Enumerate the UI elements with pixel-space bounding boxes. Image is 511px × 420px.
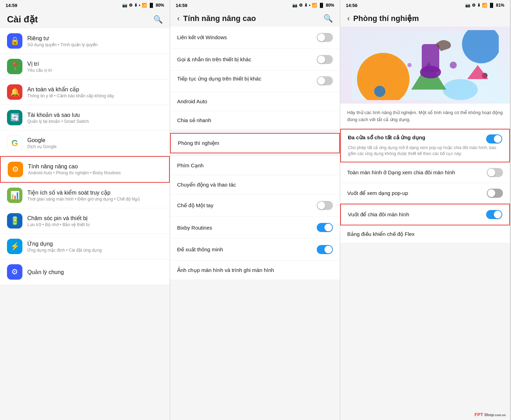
- label-phim-canh: Phím Cạnh: [177, 162, 333, 169]
- adv-che-do[interactable]: Chế độ Một tay: [170, 195, 340, 217]
- item-google[interactable]: G Google Dịch vụ Google: [0, 131, 170, 156]
- set-icon-2: ⚙: [299, 3, 303, 8]
- adv-chia-se[interactable]: Chia sẻ nhanh: [170, 111, 340, 130]
- status-icons-3: 📷 ⚙ ⬇ 📶 ▐▌ 81%: [465, 3, 504, 8]
- back-button-exp[interactable]: ‹: [347, 14, 350, 23]
- icon-ung-dung: ⚡: [7, 239, 22, 254]
- title-da-cua-so: Đa cửa sổ cho tất cả ứng dụng: [348, 134, 486, 141]
- exp-bang-dieu-khien[interactable]: Bảng điều khiển chế độ Flex: [340, 225, 510, 243]
- panel-advanced: 14:59 📷 ⚙ ⬇ • 📶 ▐▌ 80% ‹ Tính năng nâng …: [170, 0, 340, 420]
- svg-point-7: [450, 62, 457, 69]
- header-advanced: ‹ Tính năng nâng cao 🔍: [170, 10, 340, 27]
- label-vuot-popup: Vuốt để xem dạng pop-up: [347, 190, 408, 196]
- toggle-de-xuat[interactable]: [317, 245, 333, 254]
- header-with-back-exp: ‹ Phòng thí nghiệm: [347, 14, 419, 23]
- toggle-lien-ket[interactable]: [317, 33, 333, 42]
- wifi-icon-3: 📶: [482, 3, 487, 8]
- toggle-vuot-popup[interactable]: [487, 189, 503, 198]
- adv-phim-canh[interactable]: Phím Cạnh: [170, 156, 340, 175]
- toggle-toan-man-hinh[interactable]: [487, 168, 503, 177]
- dl-icon-2: ⬇: [304, 3, 308, 8]
- svg-point-10: [374, 86, 385, 97]
- item-an-toan[interactable]: 🔔 An toàn và khẩn cấp Thông tin y tế • C…: [0, 79, 170, 105]
- dot-icon: •: [139, 3, 140, 8]
- adv-bixby[interactable]: Bixby Routines: [170, 217, 340, 239]
- label-de-xuat: Đề xuất thông minh: [177, 246, 317, 253]
- label-toan-man-hinh: Toàn màn hình ở Dạng xem chia đôi màn hì…: [347, 169, 455, 176]
- item-tinh-nang[interactable]: ⚙ Tính năng nâng cao Android Auto • Phòn…: [0, 156, 170, 183]
- search-button-settings[interactable]: 🔍: [153, 15, 163, 24]
- exp-vuot-chia-doi[interactable]: Vuốt để chia đôi màn hình: [340, 204, 510, 225]
- exp-description: Hãy thử các tính năng thử nghiệm. Một số…: [340, 104, 510, 129]
- adv-tiep-tuc[interactable]: Tiếp tục ứng dụng trên thiết bị khác: [170, 71, 340, 92]
- label-che-do: Chế độ Một tay: [177, 202, 317, 209]
- item-rieng-tu[interactable]: 🔒 Riêng tư Sử dụng quyền • Trình quản lý…: [0, 28, 170, 54]
- toggle-vuot-chia-doi[interactable]: [486, 210, 502, 219]
- text-cham-soc: Chăm sóc pin và thiết bị Lưu trữ • Bộ nh…: [27, 215, 163, 227]
- label-goi: Gọi & nhắn tin trên thiết bị khác: [177, 56, 317, 63]
- exp-panel: Hãy thử các tính năng thử nghiệm. Một số…: [340, 27, 510, 420]
- adv-lien-ket[interactable]: Liên kết với Windows: [170, 27, 340, 49]
- toggle-goi[interactable]: [317, 55, 333, 64]
- adv-goi[interactable]: Gọi & nhắn tin trên thiết bị khác: [170, 49, 340, 71]
- title-an-toan: An toàn và khẩn cấp: [27, 86, 163, 93]
- title-settings: Cài đặt: [7, 14, 38, 25]
- item-tai-khoan[interactable]: 🔄 Tài khoản và sao lưu Quản lý tài khoản…: [0, 105, 170, 131]
- adv-de-xuat[interactable]: Đề xuất thông minh: [170, 239, 340, 261]
- hero-image: [340, 27, 510, 104]
- hero-svg: [352, 30, 499, 100]
- battery-3: 81%: [496, 3, 504, 8]
- item-cham-soc[interactable]: 🔋 Chăm sóc pin và thiết bị Lưu trữ • Bộ …: [0, 208, 170, 234]
- toggle-tiep-tuc[interactable]: [317, 76, 333, 85]
- subtitle-tai-khoan: Quản lý tài khoản • Smart Switch: [27, 119, 163, 124]
- item-tien-ich[interactable]: 📊 Tiện ích số và kiểm soát truy cập Thời…: [0, 183, 170, 208]
- label-bang-dieu-khien: Bảng điều khiển chế độ Flex: [347, 231, 415, 237]
- title-ung-dung: Ứng dụng: [27, 240, 163, 247]
- subtitle-an-toan: Thông tin y tế • Cảnh báo khẩn cấp không…: [27, 93, 163, 98]
- item-quan-ly[interactable]: ⚙ Quản lý chung: [0, 259, 170, 285]
- label-phong-thi: Phòng thí nghiệm: [178, 140, 332, 146]
- exp-da-cua-so[interactable]: Đa cửa sổ cho tất cả ứng dụng Cho phép t…: [340, 129, 510, 162]
- icon-rieng-tu: 🔒: [7, 33, 22, 49]
- toggle-bixby[interactable]: [317, 223, 333, 232]
- item-ung-dung[interactable]: ⚡ Ứng dụng Ứng dụng mặc định • Cài đặt ứ…: [0, 234, 170, 259]
- battery-1: 80%: [156, 3, 164, 8]
- search-button-advanced[interactable]: 🔍: [323, 14, 333, 23]
- adv-phong-thi[interactable]: Phòng thí nghiệm: [170, 133, 340, 153]
- adv-chuyen-dong[interactable]: Chuyển động và thao tác: [170, 175, 340, 195]
- status-icons-2: 📷 ⚙ ⬇ • 📶 ▐▌ 80%: [292, 3, 334, 8]
- adv-anh-chup[interactable]: Ảnh chụp màn hình và trình ghi màn hình: [170, 261, 340, 280]
- label-tiep-tuc: Tiếp tục ứng dụng trên thiết bị khác: [177, 76, 317, 82]
- text-ung-dung: Ứng dụng Ứng dụng mặc định • Cài đặt ứng…: [27, 240, 163, 253]
- cam-icon-2: 📷: [292, 3, 298, 8]
- wifi-icon: 📶: [142, 3, 147, 8]
- item-vi-tri[interactable]: 📍 Vị trí Yêu cầu vị trí: [0, 54, 170, 79]
- label-vuot-chia-doi: Vuốt để chia đôi màn hình: [348, 211, 409, 218]
- title-tien-ich: Tiện ích số và kiểm soát truy cập: [27, 189, 163, 196]
- text-quan-ly: Quản lý chung: [27, 269, 163, 275]
- divider-2: [170, 153, 340, 156]
- text-vi-tri: Vị trí Yêu cầu vị trí: [27, 61, 163, 73]
- title-rieng-tu: Riêng tư: [27, 35, 163, 42]
- label-android-auto: Android Auto: [177, 98, 333, 104]
- label-anh-chup: Ảnh chụp màn hình và trình ghi màn hình: [177, 267, 333, 273]
- title-advanced: Tính năng nâng cao: [183, 14, 256, 23]
- header-experimental: ‹ Phòng thí nghiệm: [340, 10, 510, 27]
- exp-vuot-popup[interactable]: Vuốt để xem dạng pop-up: [340, 183, 510, 204]
- icon-tien-ich: 📊: [7, 188, 22, 203]
- text-an-toan: An toàn và khẩn cấp Thông tin y tế • Cản…: [27, 86, 163, 98]
- back-button-advanced[interactable]: ‹: [177, 14, 180, 23]
- icon-google: G: [7, 135, 22, 151]
- download-icon: ⬇: [134, 3, 138, 8]
- adv-android-auto[interactable]: Android Auto: [170, 92, 340, 111]
- toggle-che-do[interactable]: [317, 201, 333, 210]
- dl-icon-3: ⬇: [477, 3, 481, 8]
- subtitle-vi-tri: Yêu cầu vị trí: [27, 68, 163, 73]
- title-quan-ly: Quản lý chung: [27, 269, 163, 275]
- exp-toan-man-hinh[interactable]: Toàn màn hình ở Dạng xem chia đôi màn hì…: [340, 162, 510, 183]
- desc-da-cua-so: Cho phép tất cả ứng dụng mở ở dạng xem p…: [348, 145, 502, 157]
- subtitle-cham-soc: Lưu trữ • Bộ nhớ • Bảo vệ thiết bị: [27, 222, 163, 227]
- panel-settings: 14:59 📷 ⚙ ⬇ • 📶 ▐▌ 80% Cài đặt 🔍 🔒 Riêng…: [0, 0, 170, 420]
- status-icons-1: 📷 ⚙ ⬇ • 📶 ▐▌ 80%: [122, 3, 164, 8]
- toggle-da-cua-so[interactable]: [486, 134, 502, 144]
